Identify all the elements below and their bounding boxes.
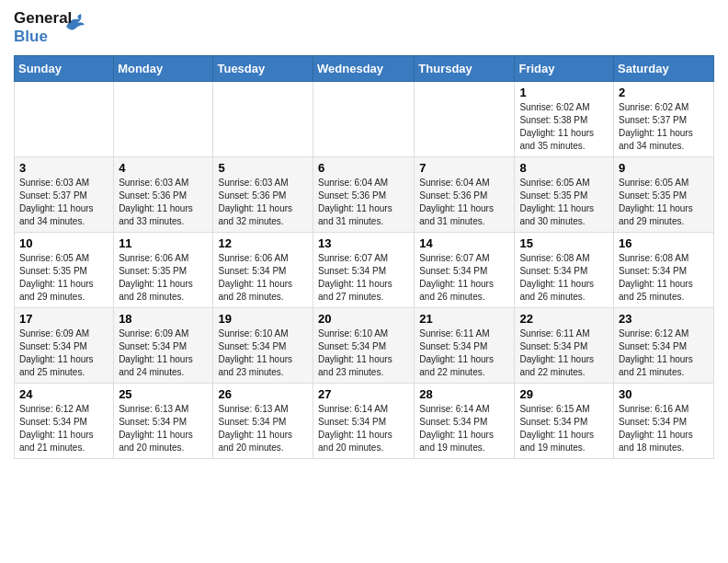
calendar-cell [114,82,213,157]
week-row-4: 24Sunrise: 6:12 AM Sunset: 5:34 PM Dayli… [15,384,714,459]
day-number: 7 [419,161,509,175]
calendar-cell: 26Sunrise: 6:13 AM Sunset: 5:34 PM Dayli… [213,384,313,459]
day-number: 15 [519,236,609,250]
day-number: 1 [519,86,609,99]
day-info: Sunrise: 6:07 AM Sunset: 5:34 PM Dayligh… [318,252,409,304]
day-info: Sunrise: 6:06 AM Sunset: 5:34 PM Dayligh… [218,252,308,304]
day-info: Sunrise: 6:04 AM Sunset: 5:36 PM Dayligh… [419,177,509,228]
calendar-cell: 25Sunrise: 6:13 AM Sunset: 5:34 PM Dayli… [114,384,213,459]
day-info: Sunrise: 6:05 AM Sunset: 5:35 PM Dayligh… [19,252,108,304]
day-number: 19 [218,312,308,326]
weekday-header-saturday: Saturday [614,56,714,82]
day-number: 8 [519,161,609,175]
day-number: 16 [619,236,709,250]
day-number: 25 [119,387,208,401]
calendar-cell: 4Sunrise: 6:03 AM Sunset: 5:36 PM Daylig… [114,157,213,233]
calendar-cell: 7Sunrise: 6:04 AM Sunset: 5:36 PM Daylig… [415,157,515,233]
calendar-cell: 15Sunrise: 6:08 AM Sunset: 5:34 PM Dayli… [515,233,614,308]
day-info: Sunrise: 6:08 AM Sunset: 5:34 PM Dayligh… [619,252,709,304]
day-number: 18 [119,312,208,326]
calendar-table: SundayMondayTuesdayWednesdayThursdayFrid… [14,55,714,459]
logo: General Blue [14,9,88,48]
calendar-cell: 1Sunrise: 6:02 AM Sunset: 5:38 PM Daylig… [515,82,614,157]
day-number: 20 [318,312,409,326]
day-number: 10 [19,236,108,250]
calendar-cell: 5Sunrise: 6:03 AM Sunset: 5:36 PM Daylig… [213,157,313,233]
day-number: 4 [119,161,208,175]
day-info: Sunrise: 6:14 AM Sunset: 5:34 PM Dayligh… [419,403,509,454]
day-info: Sunrise: 6:05 AM Sunset: 5:35 PM Dayligh… [619,177,709,228]
calendar-cell: 6Sunrise: 6:04 AM Sunset: 5:36 PM Daylig… [313,157,415,233]
day-info: Sunrise: 6:09 AM Sunset: 5:34 PM Dayligh… [19,327,108,379]
weekday-header-wednesday: Wednesday [313,56,415,82]
day-number: 12 [218,236,308,250]
day-info: Sunrise: 6:12 AM Sunset: 5:34 PM Dayligh… [619,327,709,379]
calendar-cell [15,82,114,157]
header: General Blue [14,9,714,48]
calendar-cell: 9Sunrise: 6:05 AM Sunset: 5:35 PM Daylig… [614,157,714,233]
calendar-cell: 30Sunrise: 6:16 AM Sunset: 5:34 PM Dayli… [614,384,714,459]
day-info: Sunrise: 6:09 AM Sunset: 5:34 PM Dayligh… [119,327,208,379]
calendar-cell: 22Sunrise: 6:11 AM Sunset: 5:34 PM Dayli… [515,308,614,384]
day-info: Sunrise: 6:12 AM Sunset: 5:34 PM Dayligh… [19,403,108,454]
calendar-cell: 14Sunrise: 6:07 AM Sunset: 5:34 PM Dayli… [415,233,515,308]
day-info: Sunrise: 6:10 AM Sunset: 5:34 PM Dayligh… [318,327,409,379]
day-info: Sunrise: 6:07 AM Sunset: 5:34 PM Dayligh… [419,252,509,304]
day-info: Sunrise: 6:08 AM Sunset: 5:34 PM Dayligh… [519,252,609,304]
calendar-cell: 8Sunrise: 6:05 AM Sunset: 5:35 PM Daylig… [515,157,614,233]
calendar-cell: 11Sunrise: 6:06 AM Sunset: 5:35 PM Dayli… [114,233,213,308]
day-info: Sunrise: 6:03 AM Sunset: 5:36 PM Dayligh… [218,177,308,228]
day-info: Sunrise: 6:14 AM Sunset: 5:34 PM Dayligh… [318,403,409,454]
calendar-cell: 27Sunrise: 6:14 AM Sunset: 5:34 PM Dayli… [313,384,415,459]
day-number: 29 [519,387,609,401]
day-info: Sunrise: 6:02 AM Sunset: 5:38 PM Dayligh… [519,101,609,153]
calendar-cell: 12Sunrise: 6:06 AM Sunset: 5:34 PM Dayli… [213,233,313,308]
day-info: Sunrise: 6:13 AM Sunset: 5:34 PM Dayligh… [218,403,308,454]
day-number: 23 [619,312,709,326]
week-row-2: 10Sunrise: 6:05 AM Sunset: 5:35 PM Dayli… [15,233,714,308]
day-info: Sunrise: 6:03 AM Sunset: 5:36 PM Dayligh… [119,177,208,228]
day-number: 3 [19,161,108,175]
calendar-cell [313,82,415,157]
page: General Blue SundayMondayTuesdayWednesda… [0,0,728,563]
day-number: 21 [419,312,509,326]
calendar-cell: 19Sunrise: 6:10 AM Sunset: 5:34 PM Dayli… [213,308,313,384]
day-number: 17 [19,312,108,326]
weekday-header-sunday: Sunday [15,56,114,82]
day-number: 30 [619,387,709,401]
day-number: 11 [119,236,208,250]
day-number: 2 [619,86,709,99]
day-info: Sunrise: 6:13 AM Sunset: 5:34 PM Dayligh… [119,403,208,454]
day-number: 14 [419,236,509,250]
day-info: Sunrise: 6:11 AM Sunset: 5:34 PM Dayligh… [519,327,609,379]
weekday-header-row: SundayMondayTuesdayWednesdayThursdayFrid… [15,56,714,82]
day-number: 9 [619,161,709,175]
calendar-cell: 18Sunrise: 6:09 AM Sunset: 5:34 PM Dayli… [114,308,213,384]
calendar-cell: 21Sunrise: 6:11 AM Sunset: 5:34 PM Dayli… [415,308,515,384]
day-number: 26 [218,387,308,401]
calendar-cell: 16Sunrise: 6:08 AM Sunset: 5:34 PM Dayli… [614,233,714,308]
calendar-cell [213,82,313,157]
day-info: Sunrise: 6:04 AM Sunset: 5:36 PM Dayligh… [318,177,409,228]
calendar-cell: 17Sunrise: 6:09 AM Sunset: 5:34 PM Dayli… [15,308,114,384]
calendar-cell: 20Sunrise: 6:10 AM Sunset: 5:34 PM Dayli… [313,308,415,384]
day-number: 27 [318,387,409,401]
day-info: Sunrise: 6:02 AM Sunset: 5:37 PM Dayligh… [619,101,709,153]
calendar-cell: 10Sunrise: 6:05 AM Sunset: 5:35 PM Dayli… [15,233,114,308]
weekday-header-thursday: Thursday [415,56,515,82]
weekday-header-friday: Friday [515,56,614,82]
day-number: 5 [218,161,308,175]
day-info: Sunrise: 6:10 AM Sunset: 5:34 PM Dayligh… [218,327,308,379]
calendar-cell: 2Sunrise: 6:02 AM Sunset: 5:37 PM Daylig… [614,82,714,157]
calendar-cell: 23Sunrise: 6:12 AM Sunset: 5:34 PM Dayli… [614,308,714,384]
day-number: 13 [318,236,409,250]
day-info: Sunrise: 6:11 AM Sunset: 5:34 PM Dayligh… [419,327,509,379]
day-number: 28 [419,387,509,401]
day-info: Sunrise: 6:03 AM Sunset: 5:37 PM Dayligh… [19,177,108,228]
week-row-0: 1Sunrise: 6:02 AM Sunset: 5:38 PM Daylig… [15,82,714,157]
weekday-header-tuesday: Tuesday [213,56,313,82]
day-info: Sunrise: 6:15 AM Sunset: 5:34 PM Dayligh… [519,403,609,454]
week-row-3: 17Sunrise: 6:09 AM Sunset: 5:34 PM Dayli… [15,308,714,384]
calendar-cell [415,82,515,157]
calendar-cell: 28Sunrise: 6:14 AM Sunset: 5:34 PM Dayli… [415,384,515,459]
